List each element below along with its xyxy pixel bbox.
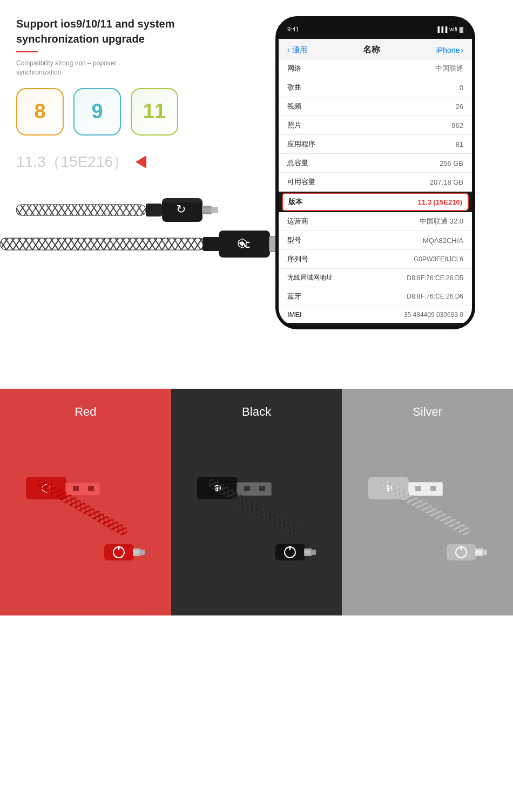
svg-rect-27 <box>73 486 79 491</box>
phone-header-row: ‹ 通用 名称 iPhone › <box>279 39 472 59</box>
subtitle: Compatibility strong non – popover synch… <box>16 59 259 77</box>
info-row-imei: IMEI 35 484409 030693 0 <box>279 306 472 323</box>
spacer <box>0 346 513 389</box>
svg-rect-68 <box>475 551 483 554</box>
red-cable-svg: ⬡ <box>21 444 150 596</box>
info-row-serial: 序列号 G0PW3FE8JCL6 <box>279 250 472 269</box>
svg-rect-7 <box>202 208 212 212</box>
info-row-version: 版本 11.3 (15E216) <box>282 193 469 211</box>
color-panel-silver: Silver ⊕ <box>342 389 513 615</box>
red-arrow-icon <box>136 155 146 168</box>
info-row-network: 网络 中国联通 <box>279 59 472 78</box>
cable-product-area: ↻ <box>16 188 259 280</box>
red-underline-decoration <box>16 51 38 52</box>
version-badges: 8 9 11 <box>16 88 259 136</box>
svg-rect-3 <box>146 204 162 216</box>
svg-rect-14 <box>202 237 220 251</box>
red-label: Red <box>75 405 96 419</box>
svg-rect-6 <box>202 206 212 208</box>
red-cable-image: ⬡ <box>5 430 166 610</box>
svg-rect-70 <box>482 550 487 555</box>
info-row-video: 视频 26 <box>279 97 472 116</box>
svg-rect-13 <box>0 238 205 250</box>
info-row-photos: 照片 962 <box>279 116 472 135</box>
phone-bottom-bar <box>279 323 472 326</box>
svg-text:↻: ↻ <box>176 202 186 216</box>
svg-text:✦: ✦ <box>238 238 247 250</box>
svg-rect-8 <box>202 212 212 214</box>
color-panel-red: Red ⬡ <box>0 389 171 615</box>
phone-time: 9:41 <box>287 26 299 32</box>
phone-info-list: 网络 中国联通 歌曲 0 视频 26 照片 <box>279 59 472 323</box>
info-row-total-capacity: 总容量 256 GB <box>279 154 472 173</box>
main-title: Support ios9/10/11 and system synchroniz… <box>16 16 259 46</box>
svg-rect-54 <box>310 550 316 555</box>
version-number-text: 11.3（15E216） <box>16 152 128 172</box>
svg-rect-45 <box>244 486 250 491</box>
black-cable-svg: ⊕ <box>192 444 321 596</box>
svg-rect-51 <box>304 549 312 551</box>
svg-rect-67 <box>475 549 483 551</box>
badge-ios8: 8 <box>16 88 64 136</box>
svg-rect-44 <box>238 483 271 495</box>
silver-label: Silver <box>413 405 442 419</box>
phone-signal-icon: ▐▐▐ <box>436 26 447 32</box>
svg-rect-35 <box>133 549 140 551</box>
svg-rect-36 <box>133 551 140 554</box>
svg-rect-9 <box>212 207 218 213</box>
phone-status-icons: ▐▐▐ wifi ▓ <box>436 26 463 32</box>
svg-rect-52 <box>304 551 312 554</box>
svg-rect-37 <box>133 554 140 556</box>
phone-back-button: ‹ 通用 <box>287 45 307 55</box>
page-wrapper: Support ios9/10/11 and system synchroniz… <box>0 0 513 615</box>
info-row-apps: 应用程序 81 <box>279 135 472 154</box>
version-display-row: 11.3（15E216） <box>16 152 259 172</box>
badge-ios9: 9 <box>73 88 121 136</box>
phone-screen-title: 名称 <box>363 44 380 56</box>
color-panel-black: Black ⊕ <box>171 389 342 615</box>
phone-top-bar: 9:41 ▐▐▐ wifi ▓ <box>279 19 472 39</box>
svg-rect-61 <box>415 486 421 491</box>
left-panel: Support ios9/10/11 and system synchroniz… <box>0 11 275 346</box>
svg-rect-38 <box>139 550 145 555</box>
info-row-bluetooth: 蓝牙 D8:8F:76:CE:26:D6 <box>279 287 472 306</box>
info-row-model: 型号 MQA82CH/A <box>279 231 472 250</box>
svg-rect-10 <box>162 198 202 202</box>
silver-cable-svg: ⊕ <box>363 444 492 596</box>
phone-notch <box>348 19 402 33</box>
info-row-wifi-address: 无线局域网地址 D8:8F:76:CE:26:D5 <box>279 269 472 287</box>
phone-battery-icon: ▓ <box>460 26 463 32</box>
right-panel: 9:41 ▐▐▐ wifi ▓ ‹ 通用 名称 iPhone › <box>275 11 513 346</box>
badge-ios11: 11 <box>131 88 178 136</box>
svg-rect-2 <box>16 205 146 215</box>
svg-rect-26 <box>66 483 99 495</box>
black-cable-image: ⊕ <box>177 430 337 610</box>
black-label: Black <box>242 405 271 419</box>
info-row-carrier: 运营商 中国联通 32.0 <box>279 212 472 231</box>
svg-rect-69 <box>475 554 483 556</box>
svg-rect-28 <box>88 486 94 491</box>
info-row-available-capacity: 可用容量 207.18 GB <box>279 173 472 192</box>
svg-rect-60 <box>409 483 442 495</box>
top-section: Support ios9/10/11 and system synchroniz… <box>0 0 513 346</box>
svg-rect-62 <box>430 486 436 491</box>
color-variants-section: Red ⬡ <box>0 389 513 615</box>
phone-header-right: iPhone › <box>436 46 463 55</box>
info-row-songs: 歌曲 0 <box>279 78 472 97</box>
phone-wifi-icon: wifi <box>449 26 457 32</box>
silver-cable-image: ⊕ <box>347 430 508 610</box>
svg-rect-46 <box>259 486 265 491</box>
svg-rect-53 <box>304 554 312 556</box>
phone-mockup: 9:41 ▐▐▐ wifi ▓ ‹ 通用 名称 iPhone › <box>275 16 475 329</box>
